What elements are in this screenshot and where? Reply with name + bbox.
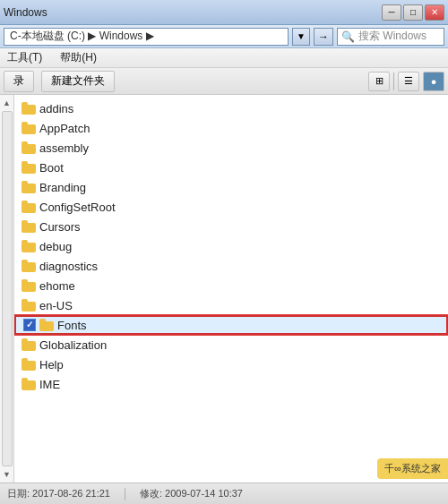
folder-icon	[22, 181, 36, 193]
folder-icon	[22, 161, 36, 174]
item-name: addins	[39, 102, 73, 115]
status-divider	[125, 488, 125, 500]
folder-icon	[22, 378, 36, 390]
list-item[interactable]: addins	[14, 98, 448, 118]
search-placeholder: 搜索 Windows	[358, 29, 426, 44]
folder-icon	[22, 358, 36, 371]
back-button[interactable]: 录	[4, 71, 34, 92]
close-button[interactable]: ✕	[425, 4, 444, 21]
list-item[interactable]: Branding	[14, 177, 448, 197]
view-tiles-button[interactable]: ⊞	[368, 72, 390, 91]
item-name: Boot	[39, 161, 64, 175]
folder-icon	[22, 122, 36, 134]
folder-icon	[22, 279, 36, 292]
new-folder-button[interactable]: 新建文件夹	[41, 71, 115, 92]
item-name: IME	[39, 378, 60, 391]
status-bar: 日期: 2017-08-26 21:21 修改: 2009-07-14 10:3…	[0, 483, 448, 504]
item-name: Help	[39, 358, 64, 372]
list-item[interactable]: diagnostics	[14, 256, 448, 276]
list-item[interactable]: IME	[14, 374, 448, 394]
main-area: ▲ ▼ addins AppPatch assembly Boot Brandi…	[0, 95, 448, 483]
address-dropdown-button[interactable]: ▼	[292, 28, 310, 46]
scroll-track[interactable]	[2, 111, 13, 466]
folder-icon	[39, 319, 54, 331]
toolbar: 录 新建文件夹 ⊞ ☰ ●	[0, 68, 448, 95]
list-item[interactable]: debug	[14, 236, 448, 256]
scroll-down-arrow[interactable]: ▼	[1, 468, 13, 481]
item-name: Cursors	[39, 220, 81, 234]
left-scrollbar[interactable]: ▲ ▼	[0, 95, 14, 483]
title-bar-left: Windows	[4, 6, 47, 19]
list-item[interactable]: assembly	[14, 138, 448, 158]
list-item[interactable]: Help	[14, 355, 448, 374]
menu-bar: 工具(T) 帮助(H)	[0, 48, 448, 68]
folder-icon	[22, 201, 36, 213]
item-name: Fonts	[57, 319, 87, 332]
item-name: ehome	[39, 279, 75, 293]
minimize-button[interactable]: ─	[382, 4, 401, 21]
item-name: en-US	[39, 299, 73, 312]
item-name: debug	[39, 240, 72, 253]
navigate-button[interactable]: →	[314, 28, 333, 46]
create-date: 日期: 2017-08-26 21:21	[7, 487, 110, 500]
folder-icon	[22, 240, 36, 252]
menu-tools[interactable]: 工具(T)	[4, 48, 46, 67]
item-name: ConfigSetRoot	[39, 201, 116, 214]
list-item[interactable]: Globalization	[14, 335, 448, 355]
watermark: 千∞系统之家	[377, 458, 448, 479]
folder-icon	[22, 220, 36, 233]
modify-date: 修改: 2009-07-14 10:37	[140, 487, 243, 500]
title-bar-controls: ─ □ ✕	[382, 4, 444, 21]
list-item[interactable]: Boot	[14, 158, 448, 177]
folder-icon	[22, 102, 36, 115]
checkmark-icon: ✓	[26, 320, 33, 329]
view-extra-button[interactable]: ●	[423, 72, 444, 91]
restore-button[interactable]: □	[403, 4, 423, 21]
search-icon: 🔍	[341, 30, 355, 43]
window-title: Windows	[4, 6, 47, 19]
list-item[interactable]: AppPatch	[14, 118, 448, 138]
watermark-text: 千∞系统之家	[384, 463, 441, 474]
item-name: Globalization	[39, 338, 107, 352]
folder-icon	[22, 260, 36, 272]
folder-icon	[22, 299, 36, 312]
list-item[interactable]: ConfigSetRoot	[14, 197, 448, 217]
toolbar-divider	[393, 73, 394, 90]
view-list-button[interactable]: ☰	[398, 72, 419, 91]
toolbar-right: ⊞ ☰ ●	[368, 72, 444, 91]
address-path[interactable]: C-本地磁盘 (C:) ▶ Windows ▶	[4, 28, 289, 46]
file-list: addins AppPatch assembly Boot Branding C…	[14, 95, 448, 483]
item-name: AppPatch	[39, 122, 90, 135]
title-bar: Windows ─ □ ✕	[0, 0, 448, 25]
search-box[interactable]: 🔍 搜索 Windows	[337, 28, 444, 46]
list-item-fonts[interactable]: ✓ Fonts	[14, 315, 448, 335]
list-item[interactable]: en-US	[14, 295, 448, 315]
item-name: Branding	[39, 181, 86, 194]
scroll-up-arrow[interactable]: ▲	[1, 97, 13, 109]
list-item[interactable]: ehome	[14, 276, 448, 295]
item-checkbox[interactable]: ✓	[23, 319, 36, 331]
folder-icon	[22, 338, 36, 351]
menu-help[interactable]: 帮助(H)	[56, 48, 100, 67]
item-name: diagnostics	[39, 260, 98, 273]
item-name: assembly	[39, 141, 89, 155]
address-bar: C-本地磁盘 (C:) ▶ Windows ▶ ▼ → 🔍 搜索 Windows	[0, 25, 448, 48]
folder-icon	[22, 141, 36, 154]
list-item[interactable]: Cursors	[14, 217, 448, 236]
